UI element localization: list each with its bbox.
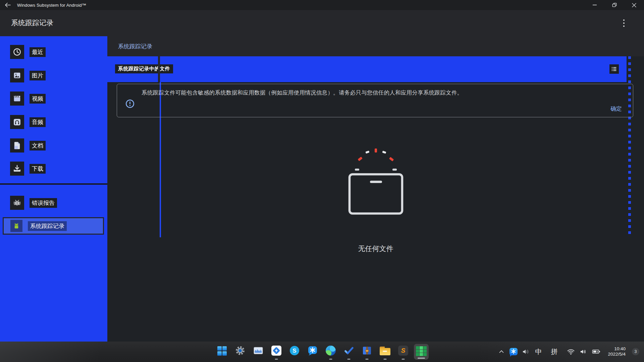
- clock-date: 2022/5/4: [608, 352, 626, 357]
- running-indicator: [384, 359, 387, 360]
- headphones-icon: [10, 115, 24, 129]
- minimize-icon: [593, 5, 597, 5]
- sidebar-item-videos[interactable]: 视频: [0, 90, 107, 107]
- bug-icon: [10, 196, 24, 210]
- render-glitch-gap: [158, 56, 160, 82]
- taskbar-clock[interactable]: 10:40 2022/5/4: [608, 346, 626, 357]
- svg-text:S: S: [292, 348, 296, 354]
- desktop-wallpaper: S: [0, 342, 644, 362]
- chat-asterisk-tray-icon[interactable]: [509, 348, 518, 355]
- sidebar-item-label: 音频: [30, 117, 46, 127]
- back-arrow-icon: [5, 3, 11, 7]
- image-icon: [10, 68, 24, 82]
- taskbar-wsa-green-grid-active[interactable]: [414, 344, 429, 360]
- taskbar-task-manager[interactable]: [251, 344, 266, 361]
- blue-diamond-app-icon: [271, 346, 281, 356]
- files-header-label: 系统跟踪记录中的文件: [115, 64, 173, 73]
- notification-count-badge[interactable]: 3: [632, 348, 639, 355]
- sidebar-item-label: 错误报告: [30, 198, 57, 208]
- running-indicator: [329, 359, 332, 360]
- files-header-band: 系统跟踪记录中的文件: [107, 56, 627, 82]
- sidebar-item-label: 最近: [30, 47, 46, 57]
- restore-icon: [612, 3, 617, 7]
- taskbar-winrar[interactable]: [360, 344, 374, 361]
- battery-icon[interactable]: [592, 348, 601, 355]
- sidebar-item-audio[interactable]: 音频: [0, 114, 107, 130]
- sidebar-item-downloads[interactable]: 下载: [0, 161, 107, 177]
- ime-language-indicator[interactable]: 中: [535, 347, 542, 356]
- video-icon: [10, 92, 24, 106]
- skype-icon: S: [289, 346, 300, 356]
- taskbar-file-explorer[interactable]: [378, 344, 392, 361]
- taskbar-blue-diamond-app[interactable]: [269, 344, 284, 361]
- sidebar-item-recent[interactable]: 最近: [0, 44, 107, 60]
- sidebar-item-label: 系统跟踪记录: [28, 221, 67, 231]
- volume-icon[interactable]: [580, 348, 588, 355]
- taskbar-settings[interactable]: [233, 344, 248, 361]
- running-indicator: [402, 359, 405, 360]
- ime-mode-indicator[interactable]: 拼: [551, 347, 557, 356]
- sidebar-item-images[interactable]: 图片: [0, 67, 107, 83]
- notice-text: 系统跟踪文件可能包含敏感的系统数据和应用数据（例如应用使用情况信息）。请务必只与…: [142, 89, 611, 97]
- file-explorer-icon: [380, 347, 390, 355]
- sidebar-item-label: 下载: [30, 164, 46, 174]
- sidebar-separator: [0, 183, 107, 185]
- hidden-icons-chevron[interactable]: [498, 348, 505, 355]
- document-icon: [10, 138, 24, 153]
- overflow-menu-button[interactable]: [617, 16, 631, 30]
- sidebar-item-label: 视频: [30, 94, 46, 104]
- download-icon: [10, 162, 24, 176]
- taskbar: S: [215, 344, 429, 361]
- todo-check-icon: [344, 346, 354, 356]
- taskbar-skype[interactable]: S: [287, 344, 302, 361]
- chat-asterisk-icon: [308, 346, 318, 356]
- ok-button[interactable]: 确定: [610, 105, 622, 113]
- windows-start-icon: [217, 346, 227, 356]
- sidebar: 最近 图片 视频: [0, 36, 107, 342]
- green-grid-icon: [416, 346, 427, 356]
- restore-button[interactable]: [604, 0, 624, 10]
- sidebar-item-system-traces[interactable]: 系统跟踪记录: [3, 217, 104, 235]
- render-glitch-dashes: [628, 56, 631, 236]
- close-button[interactable]: [624, 0, 644, 10]
- list-view-icon: [610, 65, 618, 73]
- system-tray: 中 拼 10:40 2022: [498, 343, 639, 360]
- taskbar-chat-asterisk[interactable]: [305, 344, 320, 361]
- taskbar-start-button[interactable]: [215, 344, 229, 361]
- running-indicator: [275, 359, 278, 360]
- breadcrumb-row: 系统跟踪记录: [107, 36, 644, 56]
- sidebar-item-label: 图片: [30, 71, 46, 80]
- taskbar-sublime-text[interactable]: S: [396, 344, 411, 361]
- info-icon: [125, 99, 135, 108]
- sidebar-item-label: 文档: [30, 141, 46, 150]
- wifi-icon[interactable]: [567, 348, 575, 355]
- sidebar-item-bug-reports[interactable]: 错误报告: [0, 195, 107, 211]
- empty-state-text: 无任何文件: [342, 244, 409, 253]
- list-view-toggle-button[interactable]: [609, 64, 619, 74]
- window-title: Windows Subsystem for Android™: [17, 3, 86, 8]
- clock-time: 10:40: [608, 346, 626, 352]
- content-area: 系统跟踪记录 系统跟踪记录中的文件: [107, 36, 644, 342]
- sidebar-item-documents[interactable]: 文档: [0, 137, 107, 154]
- running-indicator: [366, 359, 369, 360]
- app-header: 系统跟踪记录: [0, 10, 644, 36]
- back-button[interactable]: [0, 0, 15, 10]
- clock-icon: [10, 45, 24, 59]
- edge-icon: [326, 346, 336, 356]
- minimize-button[interactable]: [585, 0, 604, 10]
- running-indicator: [347, 359, 351, 360]
- speaker-waves-tray-icon[interactable]: [522, 348, 531, 356]
- breadcrumb[interactable]: 系统跟踪记录: [118, 43, 152, 50]
- sublime-text-icon: S: [398, 346, 408, 356]
- empty-state-illustration: [342, 147, 409, 220]
- window-titlebar: Windows Subsystem for Android™: [0, 0, 644, 10]
- taskbar-edge[interactable]: [323, 344, 338, 361]
- screen: Windows Subsystem for Android™ 系统跟踪记录: [0, 0, 644, 362]
- winrar-icon: [362, 346, 372, 356]
- caption-buttons: [585, 0, 644, 10]
- close-icon: [632, 3, 636, 7]
- privacy-notice-banner: 系统跟踪文件可能包含敏感的系统数据和应用数据（例如应用使用情况信息）。请务必只与…: [117, 84, 633, 117]
- taskbar-microsoft-todo[interactable]: [341, 344, 356, 361]
- active-indicator: [418, 358, 425, 359]
- task-manager-icon: [253, 346, 263, 356]
